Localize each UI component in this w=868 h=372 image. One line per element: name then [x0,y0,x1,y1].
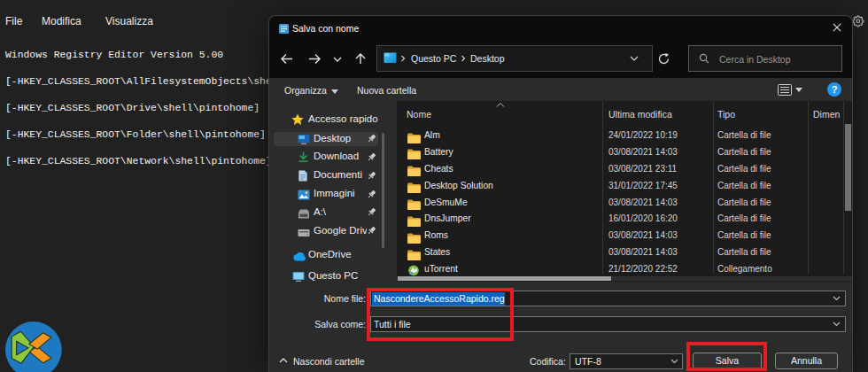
svg-text:?: ? [832,84,838,95]
